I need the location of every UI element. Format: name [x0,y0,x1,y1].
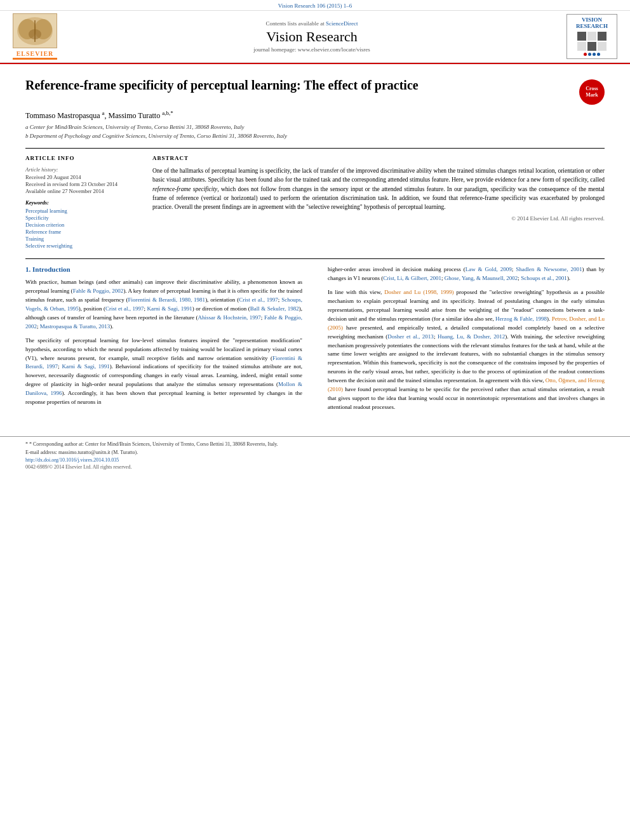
doi-link[interactable]: http://dx.doi.org/10.1016/j.visres.2014.… [25,457,605,463]
journal-title-center: Contents lists available at ScienceDirec… [57,20,566,53]
article-info-column: ARTICLE INFO Article history: Received 2… [25,155,140,250]
dot-blue [588,53,591,56]
article-info-abstract-section: ARTICLE INFO Article history: Received 2… [25,148,605,250]
ref-karni-sagi-1991b[interactable]: Karni & Sagi, 1991 [62,363,109,370]
available-date: Available online 27 November 2014 [25,188,140,194]
keyword-3: Decision criterion [25,222,140,228]
vr-logo-grid [577,32,607,51]
keyword-2: Specificity [25,215,140,221]
affiliation-b: b Department of Psychology and Cognitive… [25,132,605,141]
article-title-block: Reference-frame specificity of perceptua… [25,77,605,105]
revised-date: Received in revised form 23 October 2014 [25,181,140,187]
corresponding-text: * Corresponding author at: Center for Mi… [29,441,278,447]
vr-grid-cell [577,42,586,51]
ref-mastropasqua-turatto[interactable]: Mastropasqua & Turatto, 2013 [40,323,111,330]
affiliations: a Center for Mind/Brain Sciences, Univer… [25,123,605,140]
vision-research-logo-box: VISIONRESEARCH [566,14,617,59]
journal-homepage: journal homepage: www.elsevier.com/locat… [57,46,566,53]
journal-main-header: ELSEVIER Contents lists available at Sci… [0,10,630,63]
vr-logo-dots [570,53,614,56]
body-para-4: In line with this view, Dosher and Lu (1… [328,288,605,412]
ref-fiorentini-berardi[interactable]: Fiorentini & Berardi, 1980, 1981 [128,297,206,303]
abstract-italic-term: reference-frame specificity [152,186,217,192]
ref-fahle-poggio[interactable]: Fahle & Poggio, 2002 [73,288,124,294]
intro-section-label: Introduction [32,265,70,273]
abstract-column: ABSTRACT One of the hallmarks of percept… [152,155,605,250]
abstract-copyright: © 2014 Elsevier Ltd. All rights reserved… [152,215,605,222]
article-history-label: Article history: [25,166,140,173]
ref-shadlen[interactable]: Shadlen & Newsome, 2001 [516,266,582,272]
author2: Massimo Turatto a,b,* [108,111,173,120]
ref-herzog-fahle[interactable]: Herzog & Fahle, 1998 [495,316,547,322]
body-right-column: higher-order areas involved in decision … [321,265,605,417]
vr-grid-cell [587,32,596,41]
journal-volume-info: Vision Research 106 (2015) 1–6 [278,3,352,9]
ref-ball-sekuler[interactable]: Ball & Sekuler, 1982 [250,305,299,312]
affiliation-a: a Center for Mind/Brain Sciences, Univer… [25,123,605,132]
vr-grid-cell [587,42,596,51]
elsevier-brain-image [13,13,57,48]
vr-grid-cell [598,42,607,51]
ref-karni-sagi-1991[interactable]: Karni & Sagi, 1991 [147,305,192,312]
ref-mollon[interactable]: Mollon & Danilova, 1996 [25,381,302,396]
body-left-column: 1. Introduction With practice, human bei… [25,265,309,417]
vr-logo-title: VISIONRESEARCH [570,17,614,30]
keywords-heading: Keywords: [25,199,140,206]
ref-law-gold[interactable]: Law & Gold, 2009 [466,266,512,272]
vr-grid-cell [598,32,607,41]
dot-blue2 [593,53,596,56]
ref-huang[interactable]: Huang, Lu, & Dosher, 2012 [438,333,505,340]
article-title-text: Reference-frame specificity of perceptua… [25,77,579,93]
page-footer: * * Corresponding author at: Center for … [0,436,630,470]
contents-available: Contents lists available at ScienceDirec… [57,20,566,27]
abstract-heading: ABSTRACT [152,155,605,161]
ref-schoups-2001[interactable]: Schoups et al., 2001 [521,275,567,281]
abstract-text: One of the hallmarks of perceptual learn… [152,166,605,211]
journal-header: Vision Research 106 (2015) 1–6 ELSEVIER … [0,0,630,64]
journal-meta-bar: Vision Research 106 (2015) 1–6 [0,0,630,10]
keyword-6: Selective reweighting [25,243,140,249]
crossmark-badge: CrossMark [579,79,605,105]
ref-ahissar[interactable]: Ahissar & Hochstein, 1997 [198,314,261,321]
elsevier-brand-text: ELSEVIER [17,50,54,57]
main-content: Reference-frame specificity of perceptua… [0,64,630,430]
sciencedirect-link[interactable]: ScienceDirect [326,20,358,27]
body-content: 1. Introduction With practice, human bei… [25,258,605,417]
email-text: E-mail address: massimo.turatto@unitn.it… [25,450,138,455]
corresponding-author-note: * * Corresponding author at: Center for … [25,441,605,448]
ref-dosher-lu[interactable]: Dosher and Lu (1998, 1999) [384,289,453,295]
ref-otto[interactable]: Otto, Öğmen, and Herzog (2010) [328,377,605,392]
intro-section-number: 1. [25,265,30,273]
keyword-5: Training [25,236,140,242]
ref-crist-1997[interactable]: Crist et al., 1997 [239,297,278,303]
vr-grid-cell [577,32,586,41]
body-para-2: The specificity of perceptual learning f… [25,337,302,408]
issn-text: 0042-6989/© 2014 Elsevier Ltd. All right… [25,464,605,470]
received-date: Received 20 August 2014 [25,174,140,180]
ref-dosher-2013[interactable]: Dosher et al., 2013 [387,333,434,340]
authors-line: Tommaso Mastropasqua a, Massimo Turatto … [25,110,605,121]
body-para-1: With practice, human beings (and other a… [25,278,302,331]
elsevier-brand-line [13,58,57,60]
dot-red [584,53,587,56]
ref-crist-li[interactable]: Crist, Li, & Gilbert, 2001 [383,275,441,281]
keyword-1: Perceptual learning [25,208,140,214]
email-note: E-mail address: massimo.turatto@unitn.it… [25,449,605,456]
ref-crist-pos[interactable]: Crist et al., 1997 [105,305,144,312]
ref-petrov[interactable]: Petrov, Dosher, and Lu (2005) [328,316,605,331]
ref-ghose[interactable]: Ghose, Yang, & Maunsell, 2002 [445,275,518,281]
elsevier-logo: ELSEVIER [13,13,57,60]
journal-title: Vision Research [57,29,566,45]
intro-section-title: 1. Introduction [25,265,302,273]
author1: Tommaso Mastropasqua a, [25,111,108,120]
keyword-4: Reference frame [25,229,140,235]
body-para-3: higher-order areas involved in decision … [328,265,605,283]
article-info-heading: ARTICLE INFO [25,155,140,161]
dot-blue3 [597,53,600,56]
